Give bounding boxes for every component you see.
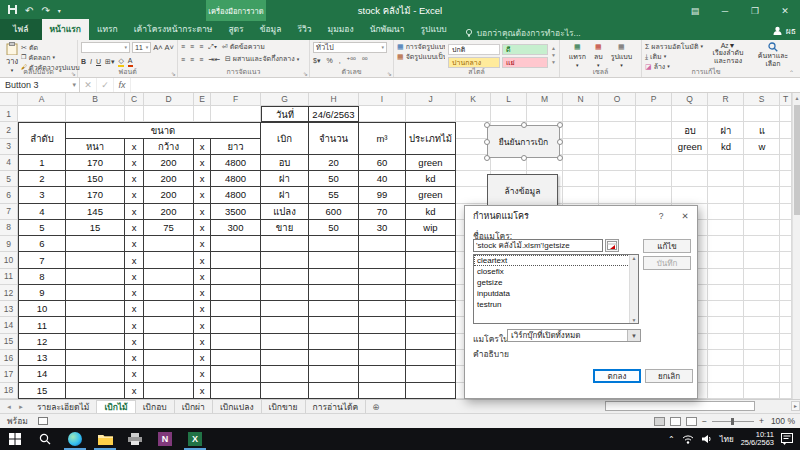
cancel-entry-icon[interactable]: ✕ <box>80 78 97 92</box>
cell-I15[interactable] <box>359 334 406 350</box>
cell-E18[interactable]: x <box>194 383 211 399</box>
cell-A6[interactable]: 3 <box>18 187 66 203</box>
redo-icon[interactable]: ↷ <box>41 5 49 16</box>
cell-C9[interactable]: x <box>125 236 144 252</box>
cell-D14[interactable] <box>144 317 194 333</box>
column-header-L[interactable]: L <box>491 93 527 106</box>
row-header-11[interactable]: 11 <box>0 269 18 285</box>
column-header-O[interactable]: O <box>599 93 636 106</box>
ok-button[interactable]: ตกลง <box>593 369 641 383</box>
cell-F8[interactable]: 300 <box>211 220 261 236</box>
macro-name-input[interactable]: 'stock คลังไม้.xlsm'!getsize <box>473 239 603 252</box>
comma-icon[interactable]: , <box>339 56 341 65</box>
cell-B15[interactable] <box>66 334 125 350</box>
sheet-tab-การอ่านได้ค[interactable]: การอ่านได้ค <box>306 400 367 413</box>
cell-G14[interactable] <box>261 317 309 333</box>
cell-R2[interactable]: อบ <box>672 122 708 138</box>
cell-E6[interactable]: x <box>194 187 211 203</box>
cell-S3[interactable]: kd <box>708 139 744 155</box>
format-as-table-button[interactable]: ▦จัดรูปแบบเป็นตาราง <box>397 52 445 61</box>
row-header-8[interactable]: 8 <box>0 220 18 236</box>
ribbon-tab-นักพัฒนา[interactable]: นักพัฒนา <box>362 19 413 40</box>
action-center-icon[interactable] <box>781 433 794 445</box>
cell-D17[interactable] <box>144 366 194 382</box>
cell-H9[interactable] <box>309 236 359 252</box>
cell-J14[interactable] <box>406 317 456 333</box>
row-header-9[interactable]: 9 <box>0 236 18 252</box>
alignment-dialog-launcher-icon[interactable]: ⇘ <box>303 70 308 77</box>
column-header-F[interactable]: F <box>211 93 261 106</box>
cell-B17[interactable] <box>66 366 125 382</box>
cell-J9[interactable] <box>406 236 456 252</box>
cell-E16[interactable]: x <box>194 350 211 366</box>
cell-H2-qty-header[interactable]: จำนวน <box>309 122 359 155</box>
align-center-icon[interactable]: ≡ <box>190 55 194 64</box>
cell-C11[interactable]: x <box>125 269 144 285</box>
cell-F4[interactable]: 4800 <box>211 155 261 171</box>
ribbon-tab-ข้อมูล[interactable]: ข้อมูล <box>252 19 290 40</box>
vertical-scroll-thumb[interactable] <box>794 105 800 215</box>
row-header-6[interactable]: 6 <box>0 187 18 203</box>
cell-C6[interactable]: x <box>125 187 144 203</box>
row-header-1[interactable]: 1 <box>0 106 18 122</box>
cell-C10[interactable]: x <box>125 252 144 268</box>
show-hidden-icons-icon[interactable]: ⌃ <box>668 435 675 444</box>
name-box-dropdown-icon[interactable]: ▾ <box>72 81 79 89</box>
cell-B2-size-header[interactable]: ขนาด <box>66 122 261 138</box>
cell-I13[interactable] <box>359 301 406 317</box>
cell-A5[interactable]: 2 <box>18 171 66 187</box>
selection-handle[interactable] <box>557 122 563 128</box>
underline-button[interactable]: U <box>96 57 101 66</box>
cell-A4[interactable]: 1 <box>18 155 66 171</box>
column-header-M[interactable]: M <box>527 93 563 106</box>
cell-E8[interactable]: x <box>194 220 211 236</box>
sheet-tab-เบิกแปลง[interactable]: เบิกแปลง <box>213 400 262 413</box>
selection-handle[interactable] <box>484 139 490 145</box>
cell-J18[interactable] <box>406 383 456 399</box>
cell-E3-x-header[interactable]: x <box>194 139 211 155</box>
cell-B16[interactable] <box>66 350 125 366</box>
font-name-combobox[interactable]: ▾ <box>81 42 130 53</box>
cell-G4[interactable]: อบ <box>261 155 309 171</box>
cell-I8[interactable]: 30 <box>359 220 406 236</box>
row-header-5[interactable]: 5 <box>0 171 18 187</box>
format-cells-button[interactable]: ▦รูปแบบ▾ <box>609 43 635 68</box>
cell-E5[interactable]: x <box>194 171 211 187</box>
cell-H6[interactable]: 55 <box>309 187 359 203</box>
sheet-tab-รายละเอียดไม้[interactable]: รายละเอียดไม้ <box>30 400 97 413</box>
orientation-icon[interactable]: ⤢▾ <box>208 42 217 51</box>
cell-E13[interactable]: x <box>194 301 211 317</box>
ribbon-tab-รีวิว[interactable]: รีวิว <box>289 19 319 40</box>
minimize-button[interactable]: ─ <box>710 0 740 21</box>
collapse-ribbon-icon[interactable]: ⌃ <box>789 69 794 76</box>
align-top-icon[interactable]: ≡ <box>181 42 185 51</box>
align-bottom-icon[interactable]: ≡ <box>199 42 203 51</box>
cell-H7[interactable]: 600 <box>309 204 359 220</box>
borders-icon[interactable]: ⊞▾ <box>105 57 114 66</box>
cell-C17[interactable]: x <box>125 366 144 382</box>
cell-G18[interactable] <box>261 383 309 399</box>
italic-button[interactable]: I <box>90 57 92 66</box>
cell-B9[interactable] <box>66 236 125 252</box>
cell-H14[interactable] <box>309 317 359 333</box>
merge-center-button[interactable]: ⊟ ผสานและจัดกึ่งกลาง ▾ <box>225 54 299 64</box>
cell-E7[interactable]: x <box>194 204 211 220</box>
column-header-P[interactable]: P <box>636 93 672 106</box>
copy-button[interactable]: ❐คัดลอก▾ <box>21 53 80 62</box>
wrap-text-button[interactable]: ⏎ ตัดข้อความ <box>222 42 265 51</box>
bold-button[interactable]: B <box>81 57 86 66</box>
taskbar-explorer-button[interactable] <box>90 428 120 450</box>
row-header-7[interactable]: 7 <box>0 204 18 220</box>
record-macro-status-icon[interactable] <box>38 417 48 425</box>
save-icon[interactable] <box>8 5 17 16</box>
styles-gallery-up-icon[interactable]: ▲ <box>551 45 556 51</box>
scroll-right-icon[interactable]: ► <box>791 401 800 411</box>
cell-D9[interactable] <box>144 236 194 252</box>
sheet-tab-เบิกไม้[interactable]: เบิกไม้ <box>97 400 135 413</box>
cell-C5[interactable]: x <box>125 171 144 187</box>
cell-J5[interactable]: kd <box>406 171 456 187</box>
cell-I14[interactable] <box>359 317 406 333</box>
cell-G1-date-label[interactable]: วันที่ <box>261 106 309 122</box>
decrease-decimal-icon[interactable]: ⁰⁰ <box>362 56 368 65</box>
horizontal-scrollbar[interactable] <box>605 401 790 411</box>
